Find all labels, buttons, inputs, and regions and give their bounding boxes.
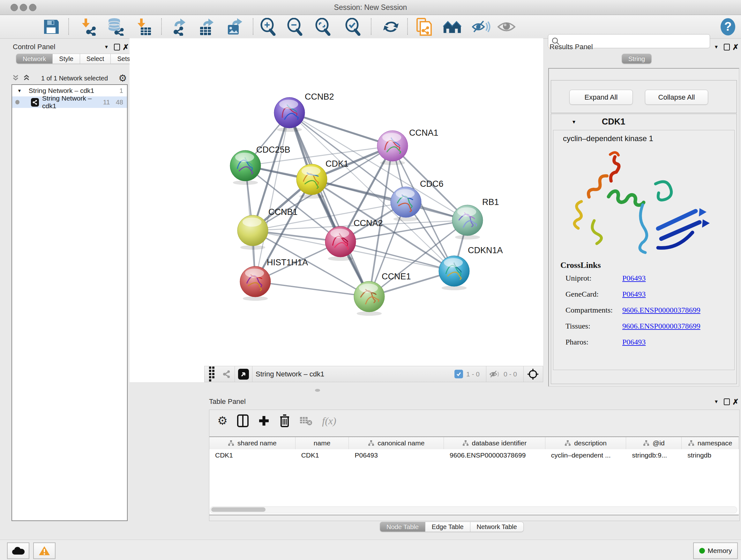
tab-string[interactable]: String: [622, 54, 652, 64]
network-edge-count: 48: [116, 98, 123, 106]
table-cell[interactable]: 9606.ENSP00000378699: [444, 449, 545, 461]
collapse-all-icon[interactable]: [11, 74, 20, 82]
column-header-namespace[interactable]: namespace: [682, 437, 739, 449]
network-node-ccne1[interactable]: CCNE1: [354, 272, 411, 316]
export-table-button[interactable]: [198, 17, 216, 36]
crosslink-value-link[interactable]: P06493: [622, 274, 646, 283]
open-string-home-button[interactable]: [443, 17, 461, 36]
zoom-out-button[interactable]: [285, 17, 304, 36]
control-panel-float-button[interactable]: [114, 44, 120, 51]
show-columns-icon[interactable]: [237, 415, 249, 427]
network-options-gear-icon[interactable]: ⚙: [118, 73, 127, 83]
export-network-button[interactable]: [170, 17, 189, 36]
control-panel-close-button[interactable]: ✗: [123, 44, 129, 51]
table-row[interactable]: CDK1CDK1P064939606.ENSP00000378699cyclin…: [209, 449, 739, 461]
network-node-rb1[interactable]: RB1: [452, 197, 499, 240]
delete-column-trash-icon[interactable]: [279, 415, 290, 427]
column-header--id[interactable]: @id: [626, 437, 682, 449]
crosslink-value-link[interactable]: P06493: [622, 338, 646, 347]
crosslink-value-link[interactable]: 9606.ENSP00000378699: [622, 322, 700, 330]
results-panel-close-button[interactable]: ✗: [732, 44, 739, 51]
tab-edge-table[interactable]: Edge Table: [425, 522, 470, 532]
control-panel-menu-caret[interactable]: ▼: [104, 44, 109, 50]
graph-edge[interactable]: [289, 113, 393, 146]
protein-entry-header[interactable]: ▼ CDK1: [551, 114, 737, 129]
open-session-button[interactable]: [13, 17, 31, 36]
graph-edge[interactable]: [255, 282, 369, 297]
network-node-ccna1[interactable]: CCNA1: [377, 128, 439, 165]
save-session-button[interactable]: [42, 17, 60, 36]
collapse-all-button[interactable]: Collapse All: [645, 90, 708, 105]
fit-selected-crosshair-icon[interactable]: [527, 368, 539, 380]
tab-node-table[interactable]: Node Table: [380, 522, 425, 532]
zoom-selected-button[interactable]: [343, 17, 362, 36]
results-panel-float-button[interactable]: [724, 44, 730, 51]
tree-expander-icon[interactable]: ▼: [17, 88, 22, 93]
hide-glass-effect-button[interactable]: [472, 17, 490, 36]
export-image-button[interactable]: [226, 17, 244, 36]
zoom-fit-button[interactable]: [313, 17, 332, 36]
cloud-button[interactable]: [7, 543, 29, 559]
selected-checkbox-icon[interactable]: [455, 370, 463, 378]
column-header-canonical-name[interactable]: canonical name: [349, 437, 444, 449]
grid-view-icon[interactable]: [209, 367, 217, 381]
network-node-cdkn1a[interactable]: CDKN1A: [439, 246, 503, 290]
table-cell[interactable]: stringdb:9...: [626, 449, 682, 461]
network-node-hist1h1a[interactable]: HIST1H1A: [240, 258, 308, 301]
zoom-in-button[interactable]: [259, 17, 277, 36]
table-horizontal-scrollbar[interactable]: [210, 506, 737, 513]
detach-view-icon[interactable]: [238, 369, 249, 380]
scrollbar-thumb[interactable]: [211, 507, 266, 512]
function-builder-icon[interactable]: f(x): [322, 415, 336, 427]
graph-edge[interactable]: [289, 113, 369, 297]
table-cell[interactable]: CDK1: [295, 449, 349, 461]
expand-all-icon[interactable]: [22, 74, 30, 82]
import-network-from-database-button[interactable]: [106, 17, 125, 36]
delete-table-icon[interactable]: [300, 416, 313, 426]
table-cell[interactable]: cyclin–dependent ...: [545, 449, 626, 461]
apply-layout-button[interactable]: [382, 17, 400, 36]
table-rows: CDK1CDK1P064939606.ENSP00000378699cyclin…: [209, 449, 739, 461]
table-panel-close-button[interactable]: ✗: [732, 399, 739, 405]
network-row[interactable]: String Network – cdk1 11 48: [12, 97, 127, 108]
entry-expander-icon[interactable]: ▼: [571, 119, 576, 125]
tab-network[interactable]: Network: [16, 54, 53, 64]
share-view-icon[interactable]: [222, 369, 231, 379]
help-button[interactable]: ?: [719, 17, 737, 36]
column-header-description[interactable]: description: [545, 437, 626, 449]
crosslink-value-link[interactable]: P06493: [622, 290, 646, 299]
table-cell[interactable]: stringdb: [682, 449, 739, 461]
table-panel-menu-caret[interactable]: ▼: [714, 399, 719, 404]
network-collection-label: String Network – cdk1: [29, 87, 94, 95]
network-node-ccnb2[interactable]: CCNB2: [274, 92, 334, 132]
memory-button[interactable]: Memory: [693, 543, 738, 559]
show-graphics-details-button[interactable]: [497, 17, 516, 36]
network-node-cdk1[interactable]: CDK1: [296, 159, 348, 199]
graph-edge[interactable]: [312, 179, 468, 220]
expand-all-button[interactable]: Expand All: [569, 90, 633, 105]
horizontal-splitter-handle[interactable]: [315, 389, 320, 392]
export-network-icon: [171, 18, 188, 36]
import-table-button[interactable]: [135, 17, 153, 36]
crosslink-value-link[interactable]: 9606.ENSP00000378699: [622, 306, 700, 314]
column-header-shared-name[interactable]: shared name: [209, 437, 295, 449]
network-canvas[interactable]: CCNB2CCNA1CDC25BCDK1CDC6RB1CCNB1CCNA2CDK…: [130, 38, 543, 382]
import-network-button[interactable]: [79, 17, 98, 36]
column-header-name[interactable]: name: [295, 437, 349, 449]
results-panel-menu-caret[interactable]: ▼: [714, 44, 719, 50]
table-panel-float-button[interactable]: [724, 398, 730, 405]
footer-separator: [486, 366, 486, 382]
table-cell[interactable]: CDK1: [209, 449, 295, 461]
create-column-plus-icon[interactable]: [258, 415, 270, 427]
network-node-cdc6[interactable]: CDC6: [391, 179, 444, 221]
tab-style[interactable]: Style: [53, 54, 80, 64]
column-header-database-identifier[interactable]: database identifier: [444, 437, 545, 449]
hidden-eye-slash-icon[interactable]: [489, 370, 500, 378]
tab-select[interactable]: Select: [80, 54, 111, 64]
network-node-cdc25b[interactable]: CDC25B: [230, 145, 290, 185]
table-cell[interactable]: P06493: [349, 449, 444, 461]
tab-network-table[interactable]: Network Table: [470, 522, 524, 532]
table-options-gear-icon[interactable]: ⚙: [217, 416, 227, 426]
warnings-button[interactable]: [33, 543, 56, 559]
copy-style-button[interactable]: [415, 17, 433, 36]
